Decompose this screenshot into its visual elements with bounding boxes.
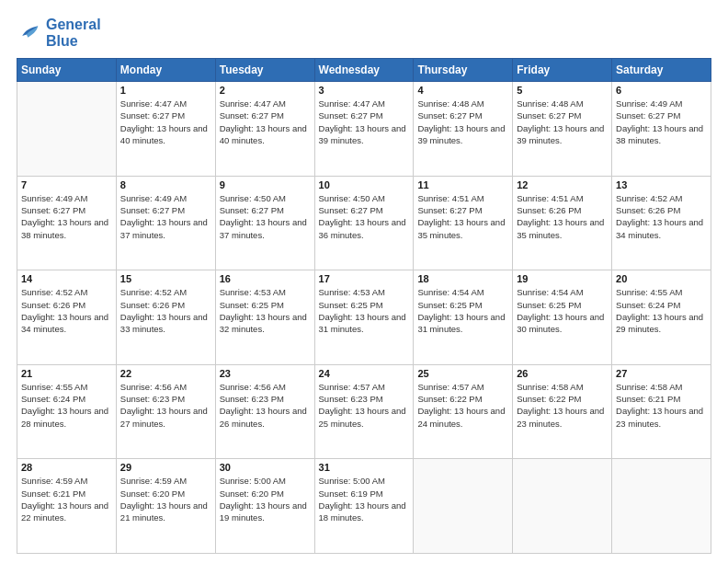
calendar-cell: 18Sunrise: 4:54 AMSunset: 6:25 PMDayligh… [414,270,513,365]
cell-info: Sunrise: 4:59 AMSunset: 6:21 PMDaylight:… [21,475,112,523]
calendar-cell: 17Sunrise: 4:53 AMSunset: 6:25 PMDayligh… [314,270,414,365]
day-number: 8 [120,179,211,190]
logo-icon [17,20,42,46]
cell-info: Sunrise: 5:00 AMSunset: 6:20 PMDaylight:… [220,475,311,523]
day-number: 29 [120,462,211,473]
day-number: 15 [120,273,211,284]
calendar-table: SundayMondayTuesdayWednesdayThursdayFrid… [17,58,711,554]
calendar-cell: 7Sunrise: 4:49 AMSunset: 6:27 PMDaylight… [17,176,117,270]
weekday-header-wednesday: Wednesday [314,59,414,82]
cell-info: Sunrise: 4:48 AMSunset: 6:27 PMDaylight:… [517,98,608,146]
day-number: 6 [616,85,707,96]
day-number: 21 [21,368,112,379]
day-number: 20 [616,273,707,284]
calendar-cell: 24Sunrise: 4:57 AMSunset: 6:23 PMDayligh… [314,364,414,459]
weekday-header-thursday: Thursday [414,59,513,82]
cell-info: Sunrise: 4:55 AMSunset: 6:24 PMDaylight:… [616,286,707,335]
calendar-cell: 25Sunrise: 4:57 AMSunset: 6:22 PMDayligh… [414,364,513,459]
header: General Blue [17,17,711,49]
weekday-header-row: SundayMondayTuesdayWednesdayThursdayFrid… [17,59,711,82]
calendar-cell: 31Sunrise: 5:00 AMSunset: 6:19 PMDayligh… [314,459,414,554]
day-number: 25 [417,368,508,379]
cell-info: Sunrise: 4:57 AMSunset: 6:22 PMDaylight:… [417,381,508,430]
cell-info: Sunrise: 4:53 AMSunset: 6:25 PMDaylight:… [319,286,410,335]
weekday-header-friday: Friday [513,59,612,82]
calendar-cell: 20Sunrise: 4:55 AMSunset: 6:24 PMDayligh… [612,270,711,365]
day-number: 1 [120,85,211,96]
day-number: 22 [120,368,211,379]
cell-info: Sunrise: 4:48 AMSunset: 6:27 PMDaylight:… [417,98,508,146]
cell-info: Sunrise: 4:49 AMSunset: 6:27 PMDaylight:… [120,192,211,241]
calendar-cell: 11Sunrise: 4:51 AMSunset: 6:27 PMDayligh… [414,176,513,270]
day-number: 5 [517,85,608,96]
calendar-cell [513,459,612,554]
calendar-cell: 14Sunrise: 4:52 AMSunset: 6:26 PMDayligh… [17,270,117,365]
calendar-cell: 19Sunrise: 4:54 AMSunset: 6:25 PMDayligh… [513,270,612,365]
cell-info: Sunrise: 5:00 AMSunset: 6:19 PMDaylight:… [319,475,410,523]
cell-info: Sunrise: 4:52 AMSunset: 6:26 PMDaylight:… [120,286,211,335]
day-number: 13 [616,179,707,190]
cell-info: Sunrise: 4:54 AMSunset: 6:25 PMDaylight:… [417,286,508,335]
calendar-cell: 26Sunrise: 4:58 AMSunset: 6:22 PMDayligh… [513,364,612,459]
cell-info: Sunrise: 4:47 AMSunset: 6:27 PMDaylight:… [120,98,211,146]
calendar-cell: 3Sunrise: 4:47 AMSunset: 6:27 PMDaylight… [314,82,414,177]
cell-info: Sunrise: 4:51 AMSunset: 6:27 PMDaylight:… [417,192,508,241]
cell-info: Sunrise: 4:55 AMSunset: 6:24 PMDaylight:… [21,381,112,430]
day-number: 27 [616,368,707,379]
week-row-5: 28Sunrise: 4:59 AMSunset: 6:21 PMDayligh… [17,459,711,554]
calendar-cell: 29Sunrise: 4:59 AMSunset: 6:20 PMDayligh… [116,459,215,554]
calendar-cell [612,459,711,554]
weekday-header-monday: Monday [116,59,215,82]
day-number: 16 [220,273,311,284]
calendar-cell: 4Sunrise: 4:48 AMSunset: 6:27 PMDaylight… [414,82,513,177]
calendar-cell: 10Sunrise: 4:50 AMSunset: 6:27 PMDayligh… [314,176,414,270]
cell-info: Sunrise: 4:52 AMSunset: 6:26 PMDaylight:… [616,192,707,241]
calendar-cell: 16Sunrise: 4:53 AMSunset: 6:25 PMDayligh… [215,270,314,365]
calendar-cell: 28Sunrise: 4:59 AMSunset: 6:21 PMDayligh… [17,459,117,554]
day-number: 18 [417,273,508,284]
calendar-cell: 6Sunrise: 4:49 AMSunset: 6:27 PMDaylight… [612,82,711,177]
day-number: 2 [220,85,311,96]
calendar-cell: 13Sunrise: 4:52 AMSunset: 6:26 PMDayligh… [612,176,711,270]
calendar-cell: 12Sunrise: 4:51 AMSunset: 6:26 PMDayligh… [513,176,612,270]
calendar-cell [17,82,117,177]
day-number: 24 [319,368,410,379]
calendar-cell: 23Sunrise: 4:56 AMSunset: 6:23 PMDayligh… [215,364,314,459]
calendar-cell: 5Sunrise: 4:48 AMSunset: 6:27 PMDaylight… [513,82,612,177]
calendar-cell: 21Sunrise: 4:55 AMSunset: 6:24 PMDayligh… [17,364,117,459]
day-number: 3 [319,85,410,96]
week-row-3: 14Sunrise: 4:52 AMSunset: 6:26 PMDayligh… [17,270,711,365]
cell-info: Sunrise: 4:58 AMSunset: 6:21 PMDaylight:… [616,381,707,430]
day-number: 9 [220,179,311,190]
day-number: 17 [319,273,410,284]
cell-info: Sunrise: 4:47 AMSunset: 6:27 PMDaylight:… [319,98,410,146]
cell-info: Sunrise: 4:57 AMSunset: 6:23 PMDaylight:… [319,381,410,430]
cell-info: Sunrise: 4:59 AMSunset: 6:20 PMDaylight:… [120,475,211,523]
calendar-cell: 2Sunrise: 4:47 AMSunset: 6:27 PMDaylight… [215,82,314,177]
calendar-cell: 1Sunrise: 4:47 AMSunset: 6:27 PMDaylight… [116,82,215,177]
day-number: 10 [319,179,410,190]
day-number: 23 [220,368,311,379]
cell-info: Sunrise: 4:51 AMSunset: 6:26 PMDaylight:… [517,192,608,241]
day-number: 30 [220,462,311,473]
calendar-cell [414,459,513,554]
day-number: 4 [417,85,508,96]
day-number: 14 [21,273,112,284]
cell-info: Sunrise: 4:50 AMSunset: 6:27 PMDaylight:… [319,192,410,241]
week-row-1: 1Sunrise: 4:47 AMSunset: 6:27 PMDaylight… [17,82,711,177]
day-number: 31 [319,462,410,473]
cell-info: Sunrise: 4:47 AMSunset: 6:27 PMDaylight:… [220,98,311,146]
day-number: 12 [517,179,608,190]
calendar-cell: 30Sunrise: 5:00 AMSunset: 6:20 PMDayligh… [215,459,314,554]
day-number: 11 [417,179,508,190]
weekday-header-tuesday: Tuesday [215,59,314,82]
calendar-cell: 9Sunrise: 4:50 AMSunset: 6:27 PMDaylight… [215,176,314,270]
calendar-cell: 8Sunrise: 4:49 AMSunset: 6:27 PMDaylight… [116,176,215,270]
week-row-4: 21Sunrise: 4:55 AMSunset: 6:24 PMDayligh… [17,364,711,459]
cell-info: Sunrise: 4:52 AMSunset: 6:26 PMDaylight:… [21,286,112,335]
day-number: 19 [517,273,608,284]
week-row-2: 7Sunrise: 4:49 AMSunset: 6:27 PMDaylight… [17,176,711,270]
cell-info: Sunrise: 4:56 AMSunset: 6:23 PMDaylight:… [120,381,211,430]
calendar-cell: 27Sunrise: 4:58 AMSunset: 6:21 PMDayligh… [612,364,711,459]
logo: General Blue [17,17,101,49]
